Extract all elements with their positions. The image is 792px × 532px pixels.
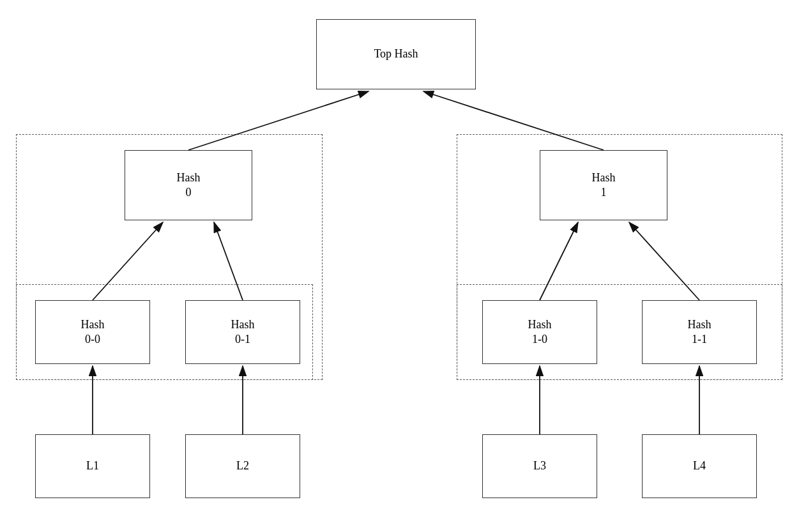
hash10-node: Hash 1-0 xyxy=(482,300,597,364)
hash0-node: Hash 0 xyxy=(125,150,252,220)
l3-node: L3 xyxy=(482,434,597,498)
hash11-node: Hash 1-1 xyxy=(642,300,757,364)
hash01-node: Hash 0-1 xyxy=(185,300,300,364)
l4-node: L4 xyxy=(642,434,757,498)
l1-node: L1 xyxy=(35,434,150,498)
merkle-tree-diagram: Top Hash Hash 0 Hash 1 Hash 0-0 Hash 0-1… xyxy=(0,0,792,532)
top-hash-node: Top Hash xyxy=(316,19,476,89)
hash1-node: Hash 1 xyxy=(540,150,667,220)
l2-node: L2 xyxy=(185,434,300,498)
hash00-node: Hash 0-0 xyxy=(35,300,150,364)
